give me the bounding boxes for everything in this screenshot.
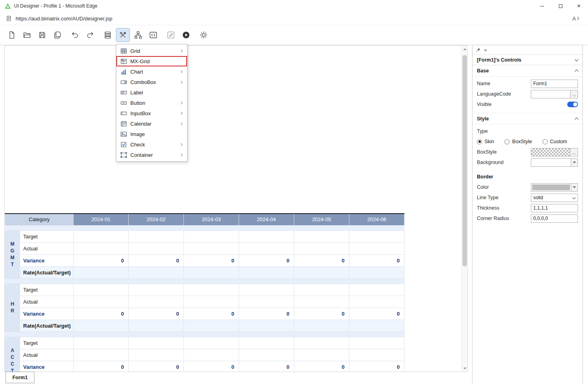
menu-item-container[interactable]: Container [116, 150, 187, 160]
menu-item-label: ComboBox [130, 79, 179, 85]
radio-boxstyle[interactable]: BoxStyle [504, 139, 532, 144]
pin-icon[interactable] [476, 47, 481, 52]
save-button[interactable] [36, 28, 49, 42]
grid-cell [184, 266, 239, 278]
open-folder-button[interactable] [20, 28, 34, 42]
grid-cell [129, 266, 184, 278]
grid-cell [129, 230, 184, 242]
grid-row: Variance000000 [5, 308, 405, 320]
languagecode-browse-button[interactable]: … [570, 90, 578, 98]
background-dropdown-button[interactable] [571, 159, 578, 166]
boxstyle-browse-button[interactable]: … [570, 148, 578, 156]
background-input[interactable] [531, 158, 578, 167]
grid-cell: 0 [239, 361, 294, 372]
grid-cell [294, 230, 349, 242]
grid-cell [239, 284, 294, 296]
design-canvas[interactable]: Category2024-012024-022024-032024-042024… [4, 45, 468, 372]
redo-button[interactable] [84, 28, 97, 42]
panel-title-bar[interactable]: [Form1]'s Controls [472, 54, 582, 65]
menu-item-label: Calendar [130, 121, 179, 127]
chevron-up-icon [575, 70, 579, 74]
edit-button[interactable] [164, 28, 177, 42]
menu-item-grid[interactable]: Grid [116, 46, 187, 56]
grid-cell [294, 337, 349, 349]
controls-palette-button[interactable] [116, 28, 130, 42]
border-color-dropdown-button[interactable] [571, 184, 578, 191]
collapse-panel-icon[interactable]: » [484, 47, 487, 53]
menu-item-chart[interactable]: Chart [116, 66, 187, 77]
grid-cell [349, 349, 405, 361]
open-folder-icon [23, 31, 31, 39]
close-button[interactable]: ✕ [570, 0, 588, 12]
sitemap-button[interactable] [132, 28, 145, 42]
site-info-icon[interactable] [6, 15, 12, 22]
line-type-value: solid [531, 194, 573, 202]
grid-cell [239, 266, 294, 278]
section-style-header[interactable]: Style [472, 113, 582, 124]
address-bar[interactable]: https://aud.bimatrix.com/AUD/designer.js… [0, 12, 588, 25]
radio-skin[interactable]: Skin [477, 139, 494, 144]
menu-item-button[interactable]: Button [116, 98, 187, 108]
menu-item-label[interactable]: Label [116, 87, 187, 98]
menu-item-combobox[interactable]: ComboBox [116, 77, 187, 87]
menu-item-check[interactable]: Check [116, 139, 187, 150]
canvas-scrollbar[interactable] [461, 46, 467, 372]
maximize-button[interactable] [551, 0, 570, 12]
menu-item-mx-grid[interactable]: MX-Grid [116, 56, 187, 66]
grid-cell: 0 [349, 308, 405, 320]
database-button[interactable] [101, 28, 114, 42]
languagecode-input[interactable]: … [531, 90, 578, 98]
menu-item-label: MX-Grid [130, 58, 184, 64]
new-file-button[interactable] [5, 28, 18, 42]
scroll-up-arrow[interactable] [462, 46, 468, 52]
border-header: Border [477, 174, 578, 180]
redo-icon [86, 31, 94, 39]
report-grid[interactable]: Category2024-012024-022024-032024-042024… [5, 213, 405, 372]
chevron-down-icon [575, 57, 579, 61]
scroll-down-arrow[interactable] [462, 365, 468, 372]
section-base-header[interactable]: Base [472, 65, 582, 77]
menu-item-image[interactable]: Image [116, 129, 187, 139]
grid-cell [239, 230, 294, 242]
grid-cell [294, 284, 349, 296]
settings-button[interactable] [197, 28, 210, 42]
settings-icon [199, 31, 208, 39]
form-tab[interactable]: Form1 [6, 372, 34, 383]
grid-cell [184, 349, 239, 361]
grid-row: Actual [5, 242, 405, 254]
radio-boxstyle-label: BoxStyle [512, 139, 532, 144]
grid-row-label: Target [20, 337, 74, 349]
menu-item-calendar[interactable]: Calendar [116, 118, 187, 129]
menu-item-inputbox[interactable]: InputBox [116, 108, 187, 118]
section-style-label: Style [477, 116, 489, 122]
grid-cell [294, 349, 349, 361]
menu-item-label: Check [130, 142, 179, 148]
scroll-thumb[interactable] [462, 55, 467, 266]
grid-cell: 0 [184, 254, 239, 266]
corner-radius-input[interactable] [531, 214, 578, 223]
run-button[interactable] [179, 28, 193, 42]
radio-skin-label: Skin [484, 139, 494, 144]
grid-cell: 0 [184, 361, 239, 372]
name-input[interactable] [531, 80, 578, 88]
border-color-input[interactable] [531, 183, 578, 192]
visible-label: Visible [477, 102, 567, 107]
grid-cell: 0 [129, 308, 184, 320]
edit-icon [167, 31, 175, 39]
grid-row: Variance000000 [5, 361, 405, 372]
visible-toggle[interactable] [567, 102, 578, 107]
menu-item-label: Image [130, 131, 184, 137]
line-type-select[interactable]: solid [531, 194, 578, 202]
code-button[interactable] [147, 28, 160, 42]
undo-button[interactable] [68, 28, 82, 42]
read-aloud-icon[interactable]: A [571, 15, 580, 22]
radio-custom[interactable]: Custom [542, 139, 567, 144]
grid-spacer-row [5, 278, 405, 284]
grid-cell [129, 296, 184, 308]
save-all-button[interactable] [51, 28, 64, 42]
url-text[interactable]: https://aud.bimatrix.com/AUD/designer.js… [16, 16, 571, 22]
new-file-icon [8, 31, 16, 39]
thickness-input[interactable] [531, 204, 578, 212]
minimize-button[interactable] [533, 0, 551, 12]
boxstyle-input[interactable]: … [531, 148, 578, 156]
